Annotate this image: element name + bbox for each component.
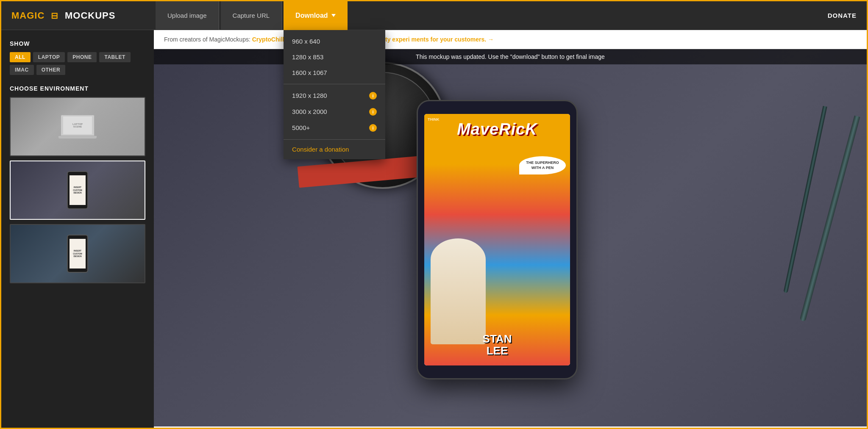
phone-screen: THINK MaveRicK THE SUPERHEROWITH A PEN S…	[424, 114, 570, 365]
comic-superhero-text: THE SUPERHEROWITH A PEN	[519, 156, 566, 174]
logo-magic: MAGIC	[11, 10, 45, 21]
download-label: Download	[295, 12, 328, 19]
filter-laptop[interactable]: LAPTOP	[33, 52, 65, 62]
filter-imac[interactable]: IMAC	[10, 65, 34, 75]
hint-text: This mockup was updated. Use the "downlo…	[416, 53, 605, 60]
comic-stanlee-text: STAN LEE	[424, 333, 570, 357]
scene-pen-1	[800, 116, 860, 322]
logo-area: MAGIC ⊟ MOCKUPS	[1, 10, 154, 21]
thumb-phone-3: INSERTCUSTOMDESIGN	[67, 235, 88, 273]
dropdown-basic-sizes: 960 x 640 1280 x 853 1600 x 1067	[284, 30, 385, 84]
env-thumb-2[interactable]: INSERTCUSTOMDESIGN	[10, 161, 145, 220]
filter-other[interactable]: OTHER	[36, 65, 66, 75]
filter-tablet[interactable]: TABLET	[99, 52, 130, 62]
content-area: From creators of MagicMockups: CryptoChi…	[154, 30, 867, 428]
promo-link[interactable]: CryptoChill	[252, 36, 284, 43]
size-3000-2000[interactable]: 3000 x 2000 i	[284, 104, 385, 120]
show-label: SHOW	[10, 40, 145, 47]
comic-cover: THINK MaveRicK THE SUPERHEROWITH A PEN S…	[424, 114, 570, 365]
consider-donation-link[interactable]: Consider a donation	[292, 146, 349, 153]
download-button[interactable]: Download	[284, 1, 347, 30]
donate-button[interactable]: DONATE	[828, 12, 857, 19]
size-1920-1280[interactable]: 1920 x 1280 i	[284, 88, 385, 104]
laptop-wrap: LAPTOPSCENE	[58, 115, 97, 138]
promo-prefix: From creators of MagicMockups:	[164, 36, 252, 43]
phone-blue-preview: INSERTCUSTOMDESIGN	[11, 225, 145, 282]
logo-icon: ⊟	[51, 11, 61, 20]
size-1280-853[interactable]: 1280 x 853	[284, 49, 385, 65]
info-icon-5000: i	[369, 124, 377, 132]
topbar: MAGIC ⊟ MOCKUPS Upload image Capture URL…	[1, 1, 867, 30]
info-icon-3000: i	[369, 108, 377, 116]
chevron-down-icon	[331, 14, 336, 17]
info-icon-1920: i	[369, 92, 377, 100]
logo: MAGIC ⊟ MOCKUPS	[11, 10, 115, 21]
size-1600-1067[interactable]: 1600 x 1067	[284, 65, 385, 80]
scene-pen-2	[783, 106, 827, 293]
donation-section: Consider a donation	[284, 140, 385, 159]
thumb-phone-screen-3: INSERTCUSTOMDESIGN	[70, 239, 86, 268]
logo-mockups: MOCKUPS	[65, 10, 115, 21]
environment-label: CHOOSE ENVIRONMENT	[10, 85, 145, 92]
promo-banner: From creators of MagicMockups: CryptoChi…	[154, 30, 867, 49]
environment-thumbnails: LAPTOPSCENE INSERTCUSTOMDESIGN	[10, 97, 145, 283]
thumb-phone-2: INSERTCUSTOMDESIGN	[67, 171, 88, 209]
hint-text-overlay: This mockup was updated. Use the "downlo…	[154, 49, 867, 64]
size-5000plus[interactable]: 5000+ i	[284, 120, 385, 136]
sidebar: SHOW ALL LAPTOP PHONE TABLET IMAC OTHER …	[1, 30, 154, 428]
promo-suffix-2: ments for your customers. →	[412, 36, 494, 43]
laptop-screen: LAPTOPSCENE	[63, 116, 92, 134]
env-thumb-3[interactable]: INSERTCUSTOMDESIGN	[10, 224, 145, 283]
phone-camera-preview: INSERTCUSTOMDESIGN	[11, 161, 145, 219]
laptop-base	[58, 136, 97, 138]
download-container: Download 960 x 640 1280 x 853 1600 x 106…	[284, 1, 347, 30]
comic-maverick-title: MaveRicK	[424, 120, 570, 138]
env-thumb-1[interactable]: LAPTOPSCENE	[10, 97, 145, 156]
thumb-phone-screen-2: INSERTCUSTOMDESIGN	[70, 175, 86, 205]
filter-all[interactable]: ALL	[10, 52, 31, 62]
main-preview: THINK MaveRicK THE SUPERHEROWITH A PEN S…	[154, 49, 867, 426]
main-layout: SHOW ALL LAPTOP PHONE TABLET IMAC OTHER …	[1, 30, 867, 428]
size-960-640[interactable]: 960 x 640	[284, 33, 385, 49]
capture-url-button[interactable]: Capture URL	[221, 1, 282, 30]
person-figure	[431, 238, 486, 344]
download-dropdown: 960 x 640 1280 x 853 1600 x 1067 1920 x …	[284, 30, 385, 159]
scene-background: THINK MaveRicK THE SUPERHEROWITH A PEN S…	[154, 49, 867, 426]
dropdown-premium-sizes: 1920 x 1280 i 3000 x 2000 i 5000+ i	[284, 84, 385, 140]
scene-phone-mockup: THINK MaveRicK THE SUPERHEROWITH A PEN S…	[417, 100, 578, 379]
topbar-actions: Upload image Capture URL Download 960 x …	[154, 1, 867, 30]
filter-phone[interactable]: PHONE	[67, 52, 97, 62]
laptop-scene-preview: LAPTOPSCENE	[11, 98, 145, 155]
filter-buttons: ALL LAPTOP PHONE TABLET IMAC OTHER	[10, 52, 145, 75]
laptop-body: LAPTOPSCENE	[61, 115, 95, 136]
upload-image-button[interactable]: Upload image	[156, 1, 219, 30]
